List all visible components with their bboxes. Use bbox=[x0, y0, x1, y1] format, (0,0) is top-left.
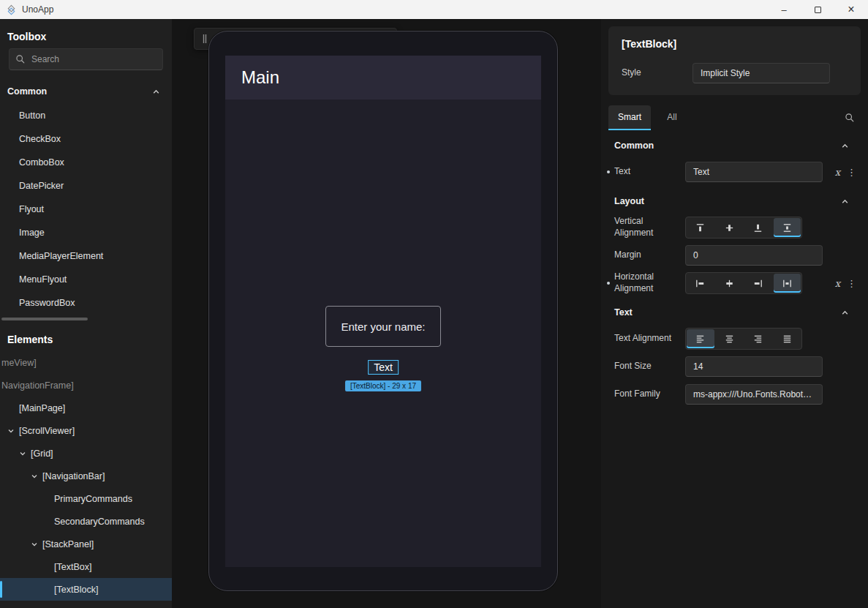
text-align-justify-icon bbox=[782, 334, 793, 345]
section-layout[interactable]: Layout bbox=[601, 189, 868, 214]
section-common[interactable]: Common bbox=[601, 133, 868, 158]
toolbox-item-image[interactable]: Image bbox=[0, 221, 172, 244]
panel-search-button[interactable] bbox=[845, 113, 855, 123]
valign-bottom-button[interactable] bbox=[744, 218, 772, 237]
text-align-left-button[interactable] bbox=[687, 329, 714, 348]
selected-element-card: [TextBlock] Style bbox=[608, 26, 861, 95]
tab-smart[interactable]: Smart bbox=[608, 105, 651, 130]
text-alignment-group bbox=[685, 328, 802, 350]
tree-item-label: [ScrollViewer] bbox=[19, 426, 75, 436]
toolbox-scrollbar-thumb[interactable] bbox=[1, 318, 88, 320]
toolbox-section-label: Common bbox=[7, 86, 47, 97]
text-align-center-icon bbox=[724, 334, 735, 345]
style-input[interactable] bbox=[692, 63, 830, 83]
style-label: Style bbox=[622, 67, 692, 79]
property-row-font-family: Font Family bbox=[601, 380, 868, 408]
app-body[interactable]: Enter your name: Text [TextBlock] - 29 x… bbox=[225, 100, 541, 567]
text-align-right-button[interactable] bbox=[744, 329, 772, 348]
text-property-input[interactable] bbox=[685, 162, 823, 182]
tree-item-scrollviewer[interactable]: [ScrollViewer] bbox=[0, 419, 172, 442]
minimize-button[interactable]: – bbox=[767, 0, 801, 19]
chevron-down-icon[interactable] bbox=[31, 541, 38, 548]
halign-left-button[interactable] bbox=[687, 274, 714, 293]
section-common-label: Common bbox=[614, 140, 654, 151]
properties-panel: [TextBlock] Style SmartAll Common Text bbox=[601, 19, 868, 608]
tree-item-secondarycommands[interactable]: SecondaryCommands bbox=[0, 510, 172, 533]
property-row-text-alignment: Text Alignment bbox=[601, 325, 868, 353]
valign-top-button[interactable] bbox=[687, 218, 714, 237]
tree-item-label: meView] bbox=[1, 358, 37, 368]
valign-center-button[interactable] bbox=[716, 218, 744, 237]
toolbox-item-mediaplayerelement[interactable]: MediaPlayerElement bbox=[0, 244, 172, 268]
text-align-justify-button[interactable] bbox=[774, 329, 801, 348]
vertical-alignment-label: Vertical Alignment bbox=[614, 216, 685, 239]
toolbox-item-passwordbox[interactable]: PasswordBox bbox=[0, 291, 172, 315]
toolbox-item-button[interactable]: Button bbox=[0, 104, 172, 127]
chevron-down-icon[interactable] bbox=[19, 450, 26, 457]
toolbox-item-menuflyout[interactable]: MenuFlyout bbox=[0, 268, 172, 291]
minimize-icon: – bbox=[781, 4, 786, 15]
chevron-down-icon[interactable] bbox=[7, 427, 15, 435]
margin-label: Margin bbox=[614, 249, 685, 261]
maximize-button[interactable] bbox=[801, 0, 834, 19]
halign-center-button[interactable] bbox=[716, 274, 744, 293]
halign-stretch-button[interactable] bbox=[774, 274, 801, 293]
selected-textblock[interactable]: Text bbox=[368, 360, 399, 375]
more-icon[interactable]: ⋮ bbox=[847, 279, 856, 288]
more-icon[interactable]: ⋮ bbox=[847, 168, 856, 177]
property-tabs-row: SmartAll bbox=[608, 105, 855, 130]
tree-item-label: [NavigationBar] bbox=[42, 471, 105, 481]
search-icon bbox=[845, 113, 855, 123]
tree-item-label: SecondaryCommands bbox=[54, 517, 145, 527]
window-controls: – × bbox=[767, 0, 868, 19]
device-frame: Main Enter your name: Text [TextBlock] -… bbox=[208, 31, 558, 591]
halign-right-button[interactable] bbox=[744, 274, 772, 293]
tree-item-grid[interactable]: [Grid] bbox=[0, 442, 172, 465]
tree-item-mainpage[interactable]: [MainPage] bbox=[0, 397, 172, 419]
align-vstretch-icon bbox=[782, 222, 793, 233]
tree-item-navigationframe[interactable]: NavigationFrame] bbox=[0, 374, 172, 397]
elements-title: Elements bbox=[7, 334, 165, 345]
tree-item-meview[interactable]: meView] bbox=[0, 351, 172, 374]
margin-input[interactable] bbox=[685, 245, 823, 266]
toolbox-item-checkbox[interactable]: CheckBox bbox=[0, 127, 172, 151]
tree-item-stackpanel[interactable]: [StackPanel] bbox=[0, 533, 172, 555]
text-alignment-label: Text Alignment bbox=[614, 333, 685, 345]
selection-size-badge: [TextBlock] - 29 x 17 bbox=[345, 380, 421, 391]
align-hcenter-icon bbox=[724, 278, 735, 289]
chevron-up-icon bbox=[152, 88, 160, 96]
search-input[interactable] bbox=[9, 48, 163, 70]
tree-item-textbox[interactable]: [TextBox] bbox=[0, 555, 172, 578]
toolbox-item-datepicker[interactable]: DatePicker bbox=[0, 174, 172, 198]
valign-stretch-button[interactable] bbox=[774, 218, 801, 237]
tree-item-navigationbar[interactable]: [NavigationBar] bbox=[0, 465, 172, 487]
tab-all[interactable]: All bbox=[651, 105, 693, 130]
textbox-element[interactable]: Enter your name: bbox=[325, 306, 441, 347]
text-align-center-button[interactable] bbox=[716, 329, 744, 348]
section-text[interactable]: Text bbox=[601, 300, 868, 325]
toolbox-section-common[interactable]: Common bbox=[0, 79, 172, 104]
tree-item-textblock[interactable]: [TextBlock] bbox=[0, 578, 172, 601]
tree-item-label: PrimaryCommands bbox=[54, 494, 132, 504]
align-top-icon bbox=[695, 222, 706, 233]
navigation-bar[interactable]: Main bbox=[225, 56, 541, 100]
binding-icon[interactable]: x bbox=[835, 278, 840, 289]
design-canvas[interactable]: ⋮ Main Enter your name: Text [TextBlock]… bbox=[172, 19, 601, 608]
app-screen[interactable]: Main Enter your name: Text [TextBlock] -… bbox=[225, 56, 541, 567]
toolbox-item-flyout[interactable]: Flyout bbox=[0, 198, 172, 221]
tree-item-label: [StackPanel] bbox=[42, 539, 94, 549]
font-family-label: Font Family bbox=[614, 389, 685, 400]
tree-item-primarycommands[interactable]: PrimaryCommands bbox=[0, 487, 172, 510]
maximize-icon bbox=[815, 7, 821, 13]
align-right-icon bbox=[752, 278, 763, 289]
toolbox-item-combobox[interactable]: ComboBox bbox=[0, 151, 172, 174]
binding-icon[interactable]: x bbox=[835, 167, 840, 178]
sidebar: Toolbox Common ButtonCheckBoxComboBoxDat… bbox=[0, 19, 172, 608]
font-family-input[interactable] bbox=[685, 384, 823, 405]
app-window: UnoApp – × Toolbox Common bbox=[0, 0, 868, 608]
close-button[interactable]: × bbox=[834, 0, 868, 19]
property-row-font-size: Font Size bbox=[601, 353, 868, 380]
font-size-input[interactable] bbox=[685, 356, 823, 377]
text-property-label: Text bbox=[614, 166, 685, 178]
chevron-down-icon[interactable] bbox=[31, 473, 38, 480]
